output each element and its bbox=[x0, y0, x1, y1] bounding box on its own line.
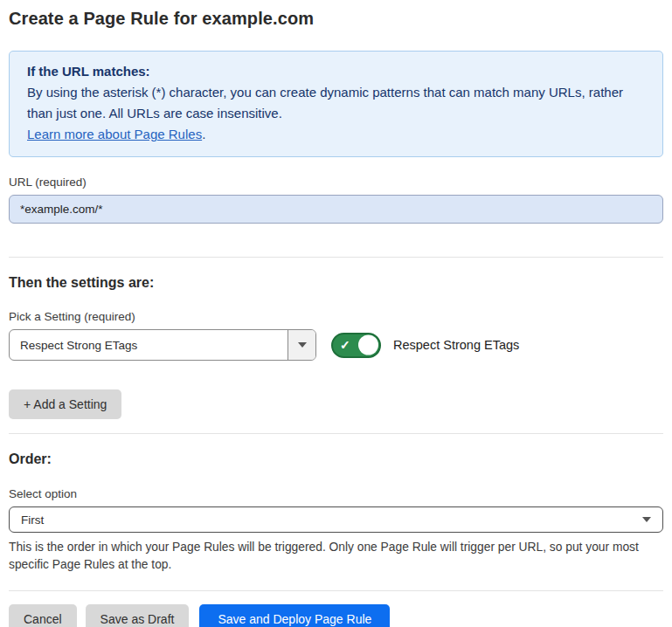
info-box-link-line: Learn more about Page Rules. bbox=[27, 124, 645, 145]
url-input[interactable] bbox=[9, 195, 663, 224]
cancel-button[interactable]: Cancel bbox=[9, 604, 77, 627]
order-select[interactable]: First bbox=[9, 506, 663, 533]
link-suffix: . bbox=[202, 127, 205, 141]
order-help-text: This is the order in which your Page Rul… bbox=[9, 539, 663, 574]
pick-setting-label: Pick a Setting (required) bbox=[9, 310, 663, 323]
caret-down-icon bbox=[298, 342, 307, 348]
toggle-knob bbox=[358, 335, 378, 355]
info-box-body: By using the asterisk (*) character, you… bbox=[27, 82, 645, 124]
page-title: Create a Page Rule for example.com bbox=[9, 9, 663, 29]
save-draft-button[interactable]: Save as Draft bbox=[86, 604, 190, 627]
url-section: URL (required) bbox=[9, 176, 663, 224]
etags-toggle-wrap: ✓ Respect Strong ETags bbox=[331, 333, 519, 358]
etags-toggle[interactable]: ✓ bbox=[331, 333, 381, 358]
setting-dropdown-value: Respect Strong ETags bbox=[10, 330, 288, 360]
add-setting-button[interactable]: + Add a Setting bbox=[9, 389, 121, 419]
page-rule-form: Create a Page Rule for example.com If th… bbox=[0, 0, 672, 627]
check-icon: ✓ bbox=[340, 338, 350, 352]
setting-dropdown[interactable]: Respect Strong ETags bbox=[9, 329, 316, 361]
divider bbox=[9, 590, 663, 591]
info-box-heading: If the URL matches: bbox=[27, 61, 645, 82]
divider bbox=[9, 257, 663, 258]
order-select-label: Select option bbox=[9, 487, 663, 500]
url-field-label: URL (required) bbox=[9, 176, 663, 189]
setting-row: Respect Strong ETags ✓ Respect Strong ET… bbox=[9, 329, 663, 361]
caret-down-icon bbox=[642, 517, 651, 522]
divider bbox=[9, 433, 663, 434]
save-deploy-button[interactable]: Save and Deploy Page Rule bbox=[199, 604, 390, 627]
etags-toggle-label: Respect Strong ETags bbox=[393, 338, 519, 352]
learn-more-link[interactable]: Learn more about Page Rules bbox=[27, 127, 202, 141]
order-heading: Order: bbox=[9, 451, 663, 467]
settings-heading: Then the settings are: bbox=[9, 275, 663, 291]
footer-actions: Cancel Save as Draft Save and Deploy Pag… bbox=[9, 604, 663, 627]
setting-dropdown-arrow-button[interactable] bbox=[288, 330, 315, 360]
order-select-value: First bbox=[21, 513, 44, 527]
url-match-info-box: If the URL matches: By using the asteris… bbox=[9, 51, 663, 157]
